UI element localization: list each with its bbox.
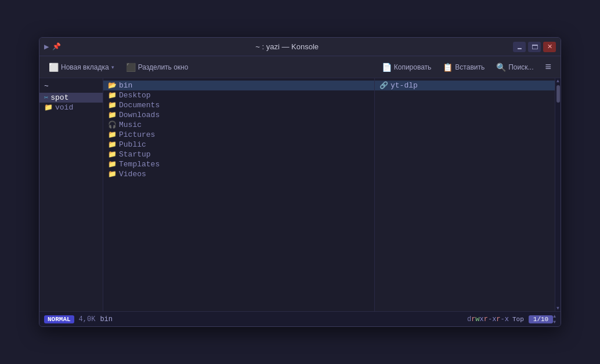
list-item[interactable]: 📁 Desktop — [103, 90, 374, 100]
folder-icon: 📁 — [108, 150, 117, 159]
list-item[interactable]: 📁 void — [39, 103, 103, 112]
hamburger-icon: ≡ — [545, 61, 551, 72]
file-name: Pictures — [119, 130, 155, 139]
file-name: void — [55, 103, 73, 112]
file-name: Music — [119, 121, 142, 129]
list-item[interactable]: 🎧 Music — [103, 120, 374, 130]
copy-label: Копировать — [394, 63, 432, 71]
audio-icon: 🎧 — [108, 121, 117, 129]
status-scroll-down[interactable]: ▼ — [553, 319, 556, 325]
file-name: Downloads — [119, 111, 160, 119]
konsole-icon: ▶ — [44, 42, 49, 52]
close-button[interactable]: ✕ — [543, 42, 556, 52]
status-scroll-up[interactable]: ▲ — [553, 314, 556, 319]
folder-icon: 📁 — [108, 101, 117, 110]
search-button[interactable]: 🔍 Поиск... — [491, 60, 538, 74]
list-item[interactable]: 📂 bin — [103, 81, 374, 90]
pane-left: ~ ✂ spot 📁 void — [39, 78, 103, 311]
split-icon: ⬛ — [126, 63, 136, 72]
file-name: Startup — [119, 150, 151, 159]
list-item[interactable]: 📁 Documents — [103, 100, 374, 110]
folder-icon: 📁 — [44, 103, 53, 112]
toolbar-right: 📄 Копировать 📋 Вставить 🔍 Поиск... ≡ — [377, 59, 556, 75]
paste-label: Вставить — [455, 63, 485, 71]
item-position: 1/10 — [529, 315, 553, 323]
new-tab-label: Новая вкладка — [61, 63, 109, 71]
copy-icon: 📄 — [382, 63, 392, 72]
file-name: Documents — [119, 101, 160, 110]
search-icon: 🔍 — [496, 63, 506, 72]
title-bar: ▶ 📌 ~ : yazi — Konsole 🗕 🗖 ✕ — [39, 38, 561, 56]
current-file-name: bin — [100, 315, 113, 323]
scrollbar-track[interactable] — [556, 84, 561, 306]
file-name: Videos — [119, 170, 146, 179]
maximize-button[interactable]: 🗖 — [528, 42, 541, 52]
paste-button[interactable]: 📋 Вставить — [438, 60, 489, 74]
desktop: ▶ 📌 ~ : yazi — Konsole 🗕 🗖 ✕ ⬜ Новая вк — [0, 0, 600, 364]
maximize-icon: 🗖 — [532, 43, 538, 50]
folder-icon: 📁 — [108, 140, 117, 149]
paste-icon: 📋 — [443, 63, 453, 72]
folder-icon: 📁 — [108, 160, 117, 169]
pane-middle: 📂 bin 📁 Desktop 📁 Documents 📁 Downloads — [103, 78, 375, 311]
list-item[interactable]: 📁 Pictures — [103, 130, 374, 140]
file-name: Public — [119, 140, 146, 149]
split-label: Разделить окно — [138, 63, 189, 71]
copy-button[interactable]: 📄 Копировать — [377, 60, 436, 74]
new-tab-icon: ⬜ — [49, 63, 59, 72]
file-name: spot — [50, 93, 68, 102]
symlink-icon: ✂ — [44, 93, 48, 102]
title-bar-left: ▶ 📌 — [44, 42, 61, 52]
close-icon: ✕ — [547, 43, 552, 50]
file-name: Templates — [119, 160, 160, 169]
list-item[interactable]: 📁 Startup — [103, 150, 374, 159]
folder-icon: 📁 — [108, 170, 117, 179]
window-title: ~ : yazi — Konsole — [255, 42, 319, 51]
list-item[interactable]: 🔗 yt-dlp — [375, 81, 555, 90]
search-label: Поиск... — [508, 63, 533, 71]
menu-button[interactable]: ≡ — [540, 59, 556, 75]
folder-icon: 📁 — [108, 130, 117, 139]
scroll-down-arrow[interactable]: ▼ — [556, 305, 559, 311]
folder-icon: 📁 — [108, 111, 117, 119]
pane-right: 🔗 yt-dlp — [375, 78, 555, 311]
list-item[interactable]: 📁 Downloads — [103, 110, 374, 120]
file-name: Desktop — [119, 91, 151, 100]
panes: ~ ✂ spot 📁 void 📂 bin — [39, 78, 555, 311]
status-bar: NORMAL 4,0K bin drwxr-xr-x Top 1/10 ▲ ▼ — [39, 311, 561, 326]
minimize-button[interactable]: 🗕 — [513, 42, 526, 52]
list-item[interactable]: ✂ spot — [39, 93, 103, 103]
window-controls: 🗕 🗖 ✕ — [513, 42, 556, 52]
scrollbar-thumb[interactable] — [556, 85, 560, 103]
new-tab-arrow: ▾ — [111, 64, 114, 70]
scroll-up-arrow[interactable]: ▲ — [556, 78, 559, 84]
minimize-icon: 🗕 — [516, 43, 523, 50]
symlink-icon: 🔗 — [379, 81, 388, 90]
content-area: ~ ✂ spot 📁 void 📂 bin — [39, 78, 561, 311]
file-name: yt-dlp — [391, 81, 418, 90]
split-button[interactable]: ⬛ Разделить окно — [121, 60, 193, 74]
folder-icon: 📁 — [108, 91, 117, 100]
path-bar: ~ — [39, 81, 103, 93]
file-size: 4,0K — [79, 315, 96, 323]
scrollbar[interactable]: ▲ ▼ — [555, 78, 561, 311]
file-name: bin — [119, 81, 132, 90]
pin-icon: 📌 — [52, 42, 61, 51]
status-scroll-arrows: ▲ ▼ — [553, 314, 556, 325]
list-item[interactable]: 📁 Videos — [103, 169, 374, 179]
konsole-window: ▶ 📌 ~ : yazi — Konsole 🗕 🗖 ✕ ⬜ Новая вк — [39, 37, 561, 327]
permissions: drwxr-xr-x — [467, 315, 509, 323]
scroll-position: Top — [512, 316, 524, 323]
list-item[interactable]: 📁 Templates — [103, 159, 374, 169]
new-tab-button[interactable]: ⬜ Новая вкладка ▾ — [44, 60, 119, 74]
folder-icon: 📂 — [108, 81, 117, 90]
toolbar: ⬜ Новая вкладка ▾ ⬛ Разделить окно 📄 Коп… — [39, 56, 561, 78]
mode-indicator: NORMAL — [44, 315, 74, 323]
list-item[interactable]: 📁 Public — [103, 140, 374, 150]
